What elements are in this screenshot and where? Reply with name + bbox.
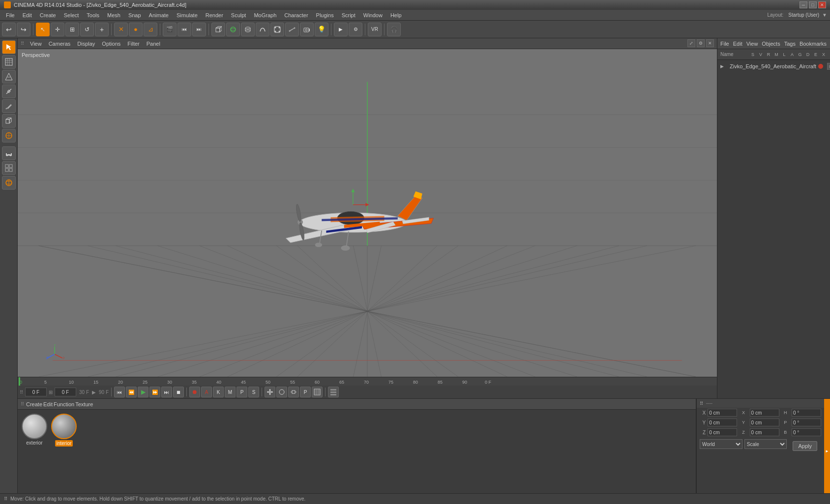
menu-animate[interactable]: Animate	[145, 11, 173, 19]
stop-button[interactable]: ⏹	[173, 387, 184, 397]
panel-menu[interactable]: Panel	[144, 40, 163, 48]
edge-mode-button[interactable]: ⊿	[144, 23, 157, 36]
maximize-button[interactable]: □	[809, 1, 817, 8]
keyframe-next-button[interactable]: ⏭	[192, 23, 206, 36]
current-frame-input[interactable]	[25, 388, 47, 396]
menu-plugins[interactable]: Plugins	[312, 11, 338, 19]
render-settings-button[interactable]: ⚙	[349, 23, 362, 36]
mat-texture-menu[interactable]: Texture	[75, 401, 93, 407]
motion-button[interactable]: M	[225, 387, 236, 397]
grid-tool[interactable]	[2, 161, 16, 175]
filter-menu[interactable]: Filter	[124, 40, 142, 48]
pointer-tool[interactable]	[2, 40, 16, 54]
gizmo-move[interactable]	[265, 387, 275, 397]
objects-menu[interactable]: Objects	[762, 41, 780, 47]
bend-tool[interactable]	[2, 84, 16, 98]
view-menu[interactable]: View	[27, 40, 45, 48]
menu-render[interactable]: Render	[202, 11, 227, 19]
viewport-settings[interactable]: ⚙	[697, 39, 705, 47]
magnet-tool[interactable]	[2, 146, 16, 160]
menu-help[interactable]: Help	[386, 11, 406, 19]
menu-simulate[interactable]: Simulate	[173, 11, 202, 19]
tree-item-aircraft[interactable]: ▶ Zivko_Edge_540_Aerobatic_Aircraft ⊞ ⊞	[720, 62, 827, 71]
select-tool-button[interactable]: ↖	[36, 23, 50, 36]
menu-tools[interactable]: Tools	[83, 11, 103, 19]
transform-mode-select[interactable]: Scale Move Rotate	[744, 439, 787, 449]
coord-x-input[interactable]	[708, 409, 737, 417]
material-exterior[interactable]: exterior	[22, 414, 47, 500]
coord-p-input[interactable]	[792, 419, 821, 426]
prev-frame-button[interactable]: ⏪	[126, 387, 137, 397]
bookmarks-menu[interactable]: Bookmarks	[800, 41, 827, 47]
move-tool-button[interactable]: ✛	[51, 23, 64, 36]
keyframe-button[interactable]: 🎬	[163, 23, 177, 36]
viewport-close[interactable]: ✕	[706, 39, 714, 47]
go-end-button[interactable]: ⏭	[161, 387, 172, 397]
coord-b-input[interactable]	[792, 428, 821, 436]
timeline-ruler[interactable]: 0 5 10 15 20 25 30 35 40 45 50 55	[18, 377, 717, 386]
tags-menu[interactable]: Tags	[784, 41, 796, 47]
sphere-button[interactable]	[226, 23, 240, 36]
timeline-view-btn[interactable]	[328, 387, 339, 397]
gizmo-scale[interactable]	[288, 387, 299, 397]
nurbs-button[interactable]	[270, 23, 284, 36]
menu-mesh[interactable]: Mesh	[103, 11, 124, 19]
mat-create-menu[interactable]: Create	[26, 401, 42, 407]
redo-button[interactable]: ↪	[17, 23, 30, 36]
apply-button[interactable]: Apply	[793, 441, 817, 451]
camera-button[interactable]	[300, 23, 314, 36]
coord-y-size-input[interactable]	[750, 419, 779, 426]
menu-edit[interactable]: Edit	[19, 11, 36, 19]
cylinder-button[interactable]	[241, 23, 255, 36]
menu-snap[interactable]: Snap	[124, 11, 145, 19]
go-start-button[interactable]: ⏮	[114, 387, 125, 397]
deformer-button[interactable]	[285, 23, 299, 36]
scale-tool-button[interactable]: ⊞	[65, 23, 79, 36]
light-button[interactable]: 💡	[315, 23, 328, 36]
menu-select[interactable]: Select	[60, 11, 83, 19]
globe-tool[interactable]	[2, 176, 16, 190]
menu-sculpt[interactable]: Sculpt	[227, 11, 250, 19]
menu-character[interactable]: Character	[280, 11, 312, 19]
mat-function-menu[interactable]: Function	[54, 401, 74, 407]
play-button[interactable]: ▶	[138, 387, 148, 397]
autokey-button[interactable]: A	[201, 387, 212, 397]
scale-btn-play[interactable]: S	[248, 387, 259, 397]
menu-mograph[interactable]: MoGraph	[250, 11, 280, 19]
viewport-3d[interactable]: X Y Z Perspective	[18, 49, 717, 377]
object-mode-button[interactable]: ✕	[114, 23, 128, 36]
keyframe-prev-button[interactable]: ⏮	[178, 23, 191, 36]
headphones-button[interactable]: 🎧	[387, 23, 401, 36]
coord-z-size-input[interactable]	[750, 428, 779, 436]
viewport-maximize[interactable]: ⤢	[687, 39, 695, 47]
coord-x-size-input[interactable]	[750, 409, 779, 417]
exterior-sphere[interactable]	[22, 414, 47, 439]
right-edge-handle[interactable]: ►	[824, 399, 830, 504]
position-button[interactable]: P	[237, 387, 247, 397]
gizmo-grid[interactable]	[312, 387, 323, 397]
knife-tool[interactable]	[2, 99, 16, 113]
spline-button[interactable]	[256, 23, 269, 36]
close-button[interactable]: ✕	[818, 1, 826, 8]
coord-z-input[interactable]	[708, 428, 737, 436]
display-menu[interactable]: Display	[74, 40, 98, 48]
point-mode-button[interactable]: ●	[129, 23, 143, 36]
obj-view-menu[interactable]: View	[746, 41, 758, 47]
options-menu[interactable]: Options	[99, 40, 123, 48]
mat-edit-menu[interactable]: Edit	[43, 401, 53, 407]
record-button[interactable]: ⏺	[189, 387, 200, 397]
material-interior[interactable]: interior	[51, 414, 77, 500]
uv-mode[interactable]	[2, 70, 16, 84]
frame-fps-input[interactable]	[55, 388, 76, 396]
gizmo-rotate[interactable]	[276, 387, 287, 397]
add-tool-button[interactable]: +	[95, 23, 109, 36]
texture-mode[interactable]	[2, 55, 16, 69]
brush-tool[interactable]	[2, 129, 16, 142]
vr-button[interactable]: VR	[368, 23, 382, 36]
obj-file-menu[interactable]: File	[720, 41, 729, 47]
menu-window[interactable]: Window	[359, 11, 386, 19]
key-button[interactable]: K	[213, 387, 224, 397]
cameras-menu[interactable]: Cameras	[46, 40, 74, 48]
gizmo-parent[interactable]: P	[300, 387, 311, 397]
interior-sphere[interactable]	[51, 414, 77, 439]
